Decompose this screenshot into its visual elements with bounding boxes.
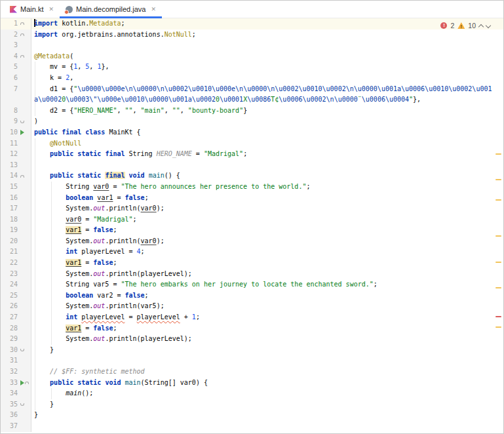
code-line[interactable]: 26 System.out.println(var5);: [1, 301, 503, 312]
gutter-cell[interactable]: 27: [1, 312, 31, 323]
run-button[interactable]: [20, 380, 24, 385]
code-line[interactable]: 21 int playerLevel = 4;: [1, 247, 503, 258]
code-line[interactable]: 15 String var0 = "The hero announces her…: [1, 182, 503, 193]
fold-marker[interactable]: [25, 382, 29, 384]
stripe-warning-mark[interactable]: [495, 235, 501, 237]
gutter-cell[interactable]: 28: [1, 323, 31, 334]
error-count[interactable]: 2: [450, 22, 454, 30]
code-line[interactable]: 36}: [1, 410, 503, 421]
code-line[interactable]: 16 boolean var1 = false;: [1, 193, 503, 204]
fold-marker[interactable]: [20, 403, 24, 406]
fold-marker[interactable]: [20, 121, 24, 123]
stripe-warning-mark[interactable]: [495, 153, 501, 155]
fold-marker[interactable]: [20, 55, 24, 58]
code-area[interactable]: 1import kotlin.Metadata;2import org.jetb…: [1, 18, 503, 433]
gutter-cell[interactable]: 17: [1, 203, 31, 214]
stripe-warning-mark[interactable]: [495, 287, 501, 288]
gutter-cell[interactable]: 7: [1, 84, 31, 106]
code-line[interactable]: 32 // $FF: synthetic method: [1, 366, 503, 378]
gutter-cell[interactable]: 37: [1, 421, 31, 432]
gutter-cell[interactable]: 13: [1, 160, 31, 171]
code-line[interactable]: 28 var1 = false;: [1, 323, 503, 334]
run-button[interactable]: [20, 130, 24, 135]
gutter-cell[interactable]: 9: [1, 116, 31, 127]
code-line[interactable]: 31: [1, 355, 503, 366]
gutter-cell[interactable]: 11: [1, 138, 31, 149]
gutter-cell[interactable]: 25: [1, 290, 31, 302]
code-line[interactable]: 30 }: [1, 345, 503, 356]
gutter-cell[interactable]: 8: [1, 106, 31, 117]
tab-main-decompiled-java[interactable]: Main.decompiled.java ✕: [60, 1, 162, 18]
fold-marker[interactable]: [20, 33, 24, 36]
gutter-cell[interactable]: 19: [1, 225, 31, 236]
gutter-cell[interactable]: 20: [1, 236, 31, 247]
warning-count[interactable]: 10: [468, 22, 476, 30]
gutter-cell[interactable]: 5: [1, 62, 31, 73]
gutter-cell[interactable]: 30: [1, 345, 31, 356]
code-line[interactable]: 22 var1 = false;: [1, 258, 503, 269]
gutter-cell[interactable]: 34: [1, 388, 31, 399]
code-line[interactable]: 27 int playerLevel = playerLevel + 1;: [1, 312, 503, 323]
error-stripe[interactable]: [494, 18, 503, 433]
code-line[interactable]: 34 main();: [1, 388, 503, 399]
gutter-cell[interactable]: 2: [1, 30, 31, 41]
code-line[interactable]: 37: [1, 421, 503, 432]
code-line[interactable]: 13: [1, 160, 503, 171]
gutter-cell[interactable]: 4: [1, 51, 31, 62]
gutter-cell[interactable]: 10: [1, 127, 31, 138]
gutter-cell[interactable]: 35: [1, 399, 31, 410]
code-line[interactable]: 29 System.out.println(playerLevel);: [1, 334, 503, 345]
gutter-cell[interactable]: 18: [1, 214, 31, 226]
code-line[interactable]: 6 k = 2,: [1, 73, 503, 84]
gutter-cell[interactable]: 36: [1, 410, 31, 421]
code-line[interactable]: 18 var0 = "Madrigal";: [1, 214, 503, 226]
code-line[interactable]: 33 public static void main(String[] var0…: [1, 378, 503, 389]
close-tab-icon[interactable]: ✕: [151, 7, 156, 12]
code-line[interactable]: 25 boolean var2 = false;: [1, 290, 503, 302]
code-line[interactable]: 23 System.out.println(playerLevel);: [1, 269, 503, 280]
stripe-warning-mark[interactable]: [495, 179, 501, 180]
gutter-cell[interactable]: 21: [1, 247, 31, 258]
close-tab-icon[interactable]: ✕: [48, 7, 54, 12]
gutter-cell[interactable]: 3: [1, 40, 31, 51]
fold-marker[interactable]: [20, 349, 24, 351]
code-line[interactable]: 8 d2 = {"HERO_NAME", "", "main", "", "bo…: [1, 106, 503, 117]
code-line[interactable]: 14 public static final void main() {: [1, 170, 503, 182]
gutter-cell[interactable]: 16: [1, 193, 31, 204]
code-line[interactable]: 24 String var5 = "The hero embarks on he…: [1, 279, 503, 290]
gutter-cell[interactable]: 14: [1, 170, 31, 182]
stripe-warning-mark[interactable]: [495, 199, 501, 201]
gutter-cell[interactable]: 26: [1, 301, 31, 312]
fold-marker[interactable]: [20, 22, 24, 25]
code-line[interactable]: 2import org.jetbrains.annotations.NotNul…: [1, 30, 503, 41]
code-line[interactable]: 10public final class MainKt {: [1, 127, 503, 138]
gutter-cell[interactable]: 24: [1, 279, 31, 290]
code-line[interactable]: 1import kotlin.Metadata;: [1, 18, 503, 30]
gutter-cell[interactable]: 15: [1, 182, 31, 193]
gutter-cell[interactable]: 6: [1, 73, 31, 84]
stripe-warning-mark[interactable]: [495, 262, 501, 263]
code-line[interactable]: 3: [1, 40, 503, 51]
code-line[interactable]: 17 System.out.println(var0);: [1, 203, 503, 214]
code-line[interactable]: 20 System.out.println(var0);: [1, 236, 503, 247]
gutter-cell[interactable]: 31: [1, 355, 31, 366]
gutter-cell[interactable]: 1: [1, 18, 31, 30]
code-line[interactable]: 12 public static final String HERO_NAME …: [1, 149, 503, 160]
fold-marker[interactable]: [20, 175, 24, 178]
gutter-cell[interactable]: 32: [1, 366, 31, 378]
code-line[interactable]: 9): [1, 116, 503, 127]
code-line[interactable]: 35 }: [1, 399, 503, 410]
previous-problem-icon[interactable]: [478, 24, 484, 29]
code-line[interactable]: 5 mv = {1, 5, 1},: [1, 62, 503, 73]
code-line[interactable]: 4@Metadata(: [1, 51, 503, 62]
gutter-cell[interactable]: 12: [1, 149, 31, 160]
tab-main-kt[interactable]: Main.kt ✕: [4, 1, 60, 18]
inspections-widget[interactable]: 2 10: [440, 21, 490, 30]
gutter-cell[interactable]: 22: [1, 258, 31, 269]
gutter-cell[interactable]: 33: [1, 378, 31, 389]
code-line[interactable]: 11 @NotNull: [1, 138, 503, 149]
code-line[interactable]: 19 var1 = false;: [1, 225, 503, 236]
code-line[interactable]: 7 d1 = {"\u0000\u000e\n\u0000\n\u0002\u0…: [1, 84, 503, 106]
gutter-cell[interactable]: 29: [1, 334, 31, 345]
stripe-warning-mark[interactable]: [495, 326, 501, 328]
